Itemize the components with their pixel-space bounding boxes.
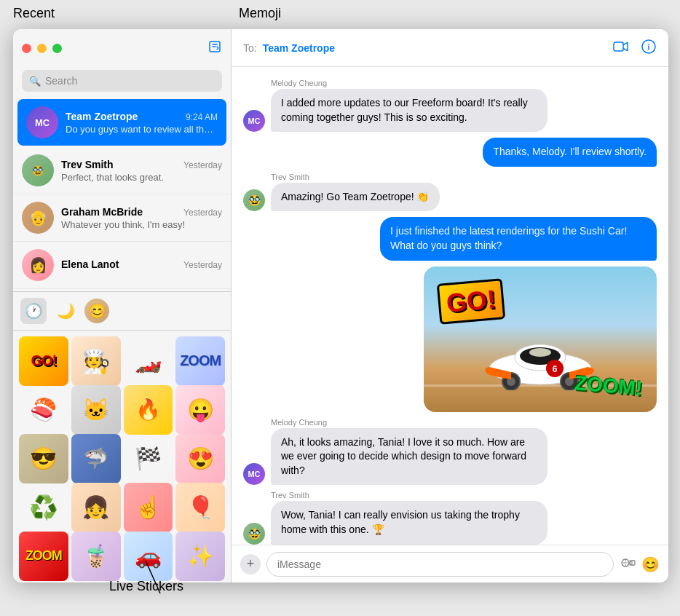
sticker-tab-recent[interactable]: 🕐: [20, 298, 47, 324]
conv-time-trev-smith: Yesterday: [183, 160, 222, 170]
sticker-boba[interactable]: 🧋: [71, 532, 121, 581]
to-label: To:: [243, 42, 257, 54]
sticker-tab-memoji[interactable]: 😊: [84, 299, 109, 323]
conv-info-elena-lanot: Elena Lanot Yesterday: [61, 258, 222, 272]
sticker-shark[interactable]: 🦈: [71, 434, 121, 483]
conversation-list: MC Team Zoetrope 9:24 AM Do you guys wan…: [13, 98, 231, 291]
sticker-recycle[interactable]: ♻️: [19, 483, 68, 532]
sticker-tabs: 🕐 🌙 😊: [13, 292, 231, 331]
sticker-cool-person[interactable]: 😎: [19, 434, 68, 483]
recent-annotation: Recent: [13, 6, 55, 21]
message-input-area: + 😊: [232, 545, 668, 583]
conv-name-team-zoetrope: Team Zoetrope: [66, 111, 138, 122]
video-call-icon[interactable]: [613, 41, 629, 55]
conversation-item-graham-mcbride[interactable]: 👴 Graham McBride Yesterday Whatever you …: [13, 194, 231, 242]
sticker-checkered[interactable]: 🏁: [124, 434, 173, 483]
svg-point-13: [529, 348, 551, 357]
sticker-tab-moon[interactable]: 🌙: [52, 298, 79, 324]
close-button[interactable]: [22, 44, 31, 53]
sticker-zoom2[interactable]: ZOOM: [19, 532, 68, 581]
avatar-trev-1: 🥸: [243, 189, 265, 211]
sticker-girl-tongue[interactable]: 😛: [175, 385, 225, 435]
conv-preview-trev-smith: Perfect, that looks great.: [61, 172, 222, 183]
message-group-m3: 🥸 Trev Smith Amazing! Go Team Zoetrope! …: [243, 173, 657, 212]
sticker-blue-car[interactable]: 🚗: [124, 532, 173, 581]
conv-name-graham-mcbride: Graham McBride: [61, 206, 143, 218]
sticker-zoom[interactable]: ZOOM: [175, 336, 225, 386]
sender-label-m1: Melody Cheung: [271, 79, 547, 87]
sender-label-m7: Trev Smith: [271, 491, 547, 499]
conversation-item-elena-lanot[interactable]: 👩 Elena Lanot Yesterday: [13, 242, 231, 289]
search-placeholder: Search: [45, 75, 77, 87]
app-window: 🔍 Search MC Team Zoetrope 9:24 AM Do you…: [13, 29, 668, 583]
sushi-car-image: 6: [424, 266, 657, 412]
sticker-heart-eyes[interactable]: 😍: [175, 434, 225, 483]
conv-time-elena-lanot: Yesterday: [183, 260, 222, 270]
traffic-lights: [22, 44, 62, 53]
sticker-fire-car[interactable]: 🔥: [124, 385, 173, 435]
sticker-balloon[interactable]: 🎈: [175, 483, 225, 532]
conv-name-trev-smith: Trev Smith: [61, 159, 114, 170]
maximize-button[interactable]: [52, 44, 62, 53]
sticker-memoji-sparkle[interactable]: ✨: [175, 532, 225, 581]
sticker-racing-car[interactable]: 🏎️: [124, 336, 173, 386]
conv-info-trev-smith: Trev Smith Yesterday Perfect, that looks…: [61, 159, 222, 183]
conv-info-graham-mcbride: Graham McBride Yesterday Whatever you th…: [61, 206, 222, 230]
sidebar: 🔍 Search MC Team Zoetrope 9:24 AM Do you…: [13, 29, 232, 583]
sticker-memoji-girl[interactable]: 👧: [71, 483, 121, 532]
emoji-picker-icon[interactable]: 😊: [641, 556, 660, 573]
avatar-trev-smith: 🥸: [22, 154, 54, 186]
svg-text:6: 6: [553, 364, 558, 374]
sticker-cat[interactable]: 🐱: [71, 385, 121, 435]
message-group-m2: Thanks, Melody. I'll review shortly.: [243, 138, 657, 167]
message-group-m5: 6: [243, 266, 657, 412]
chat-header-right: [613, 39, 657, 58]
avatar-melody-2: MC: [243, 463, 265, 485]
chat-header: To: Team Zoetrope: [232, 29, 668, 67]
bubble-m4: I just finished the latest renderings fo…: [380, 217, 657, 260]
minimize-button[interactable]: [37, 44, 47, 53]
message-group-m4: I just finished the latest renderings fo…: [243, 217, 657, 260]
search-icon: 🔍: [29, 76, 41, 87]
conv-preview-team-zoetrope: Do you guys want to review all the rende…: [66, 124, 218, 135]
message-group-m7: 🥸 Trev Smith Wow, Tania! I can really en…: [243, 491, 657, 544]
memoji-annotation: Memoji: [239, 6, 281, 21]
bubble-m6: Ah, it looks amazing, Tania! I love it s…: [271, 428, 547, 486]
titlebar: [13, 29, 231, 67]
sender-label-m6: Melody Cheung: [271, 418, 547, 427]
avatar-elena-lanot: 👩: [22, 249, 54, 281]
message-input[interactable]: [266, 552, 614, 577]
sticker-go[interactable]: GO!: [19, 336, 68, 386]
sender-label-m3: Trev Smith: [271, 173, 440, 181]
sushi-car-image-message: 6: [424, 266, 657, 412]
live-stickers-annotation: Live Stickers: [109, 579, 183, 594]
info-icon[interactable]: [641, 39, 657, 58]
avatar-melody-1: MC: [243, 110, 265, 132]
bubble-m3: Amazing! Go Team Zoetrope! 👏: [271, 183, 440, 212]
message-group-m1: MC Melody Cheung I added more updates to…: [243, 79, 657, 132]
bubble-m7: Wow, Tania! I can really envision us tak…: [271, 501, 547, 544]
audio-record-icon[interactable]: [620, 556, 636, 572]
message-group-m6: MC Melody Cheung Ah, it looks amazing, T…: [243, 418, 657, 486]
bubble-m1: I added more updates to our Freeform boa…: [271, 89, 547, 132]
conv-time-graham-mcbride: Yesterday: [183, 208, 222, 218]
chat-area: To: Team Zoetrope: [232, 29, 668, 583]
conv-time-team-zoetrope: 9:24 AM: [186, 112, 218, 122]
sticker-memoji-chef[interactable]: 🧑‍🍳: [71, 336, 121, 386]
conversation-item-team-zoetrope[interactable]: MC Team Zoetrope 9:24 AM Do you guys wan…: [17, 99, 226, 146]
search-bar[interactable]: 🔍 Search: [22, 70, 222, 92]
avatar-trev-2: 🥸: [243, 523, 265, 545]
avatar-team-zoetrope: MC: [26, 106, 58, 138]
add-attachment-button[interactable]: +: [240, 554, 261, 574]
svg-rect-2: [614, 42, 623, 51]
sticker-foam-finger[interactable]: ☝️: [124, 483, 173, 532]
conv-preview-graham-mcbride: Whatever you think, I'm easy!: [61, 219, 222, 230]
compose-button[interactable]: [207, 39, 222, 58]
sticker-panel: 🕐 🌙 😊 GO! 🧑‍🍳 🏎️ ZOOM 🍣 🐱 🔥 😛 😎 🦈: [13, 291, 231, 583]
conversation-item-trev-smith[interactable]: 🥸 Trev Smith Yesterday Perfect, that loo…: [13, 147, 231, 194]
avatar-graham-mcbride: 👴: [22, 202, 54, 234]
conv-name-elena-lanot: Elena Lanot: [61, 258, 119, 270]
sticker-sushi[interactable]: 🍣: [19, 385, 68, 435]
bubble-m2: Thanks, Melody. I'll review shortly.: [483, 138, 657, 167]
chat-header-left: To: Team Zoetrope: [243, 42, 335, 54]
